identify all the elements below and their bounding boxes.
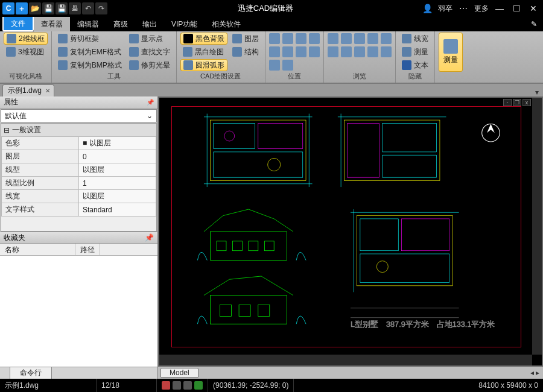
btn-text[interactable]: 文本 [399, 59, 431, 71]
btn-find-text[interactable]: 查找文字 [127, 46, 173, 58]
pos-icon[interactable] [282, 33, 293, 44]
btn-clip-frame[interactable]: 剪切框架 [56, 33, 124, 45]
pos-icon[interactable] [296, 33, 306, 44]
btn-3d-view[interactable]: 3维视图 [4, 46, 48, 58]
btn-bw-draw[interactable]: 黑白绘图 [180, 46, 227, 58]
svg-rect-19 [233, 241, 243, 251]
status-icon[interactable] [162, 381, 170, 390]
tab-vip[interactable]: VIP功能 [164, 17, 205, 31]
btn-2d-wireframe[interactable]: 2维线框 [4, 33, 48, 45]
pos-icon[interactable] [269, 33, 280, 44]
tab-related[interactable]: 相关软件 [205, 17, 248, 31]
app-icon[interactable]: C [2, 2, 14, 14]
minimize-icon[interactable]: — [494, 2, 506, 14]
tab-viewer[interactable]: 查看器 [34, 17, 70, 31]
tab-advanced[interactable]: 高级 [106, 17, 135, 31]
edit-icon[interactable]: ✎ [525, 17, 543, 31]
user-icon[interactable]: 👤 [421, 2, 433, 14]
horizontal-scrollbar[interactable] [159, 355, 532, 365]
group-label [439, 72, 463, 83]
status-icon[interactable] [183, 381, 192, 390]
col-name[interactable]: 名称 [0, 244, 75, 255]
nav-icon[interactable] [354, 46, 365, 57]
tab-file[interactable]: 文件 [2, 17, 34, 31]
pos-icon[interactable] [269, 60, 280, 71]
prop-key: 色彩 [2, 137, 79, 150]
close-tab-icon[interactable]: ✕ [45, 87, 50, 94]
pos-icon[interactable] [296, 46, 306, 57]
app-title: 迅捷CAD编辑器 [110, 3, 421, 14]
canvas-wrap: - ❐ x [158, 96, 543, 379]
nav-icon[interactable] [381, 46, 392, 57]
nav-icon[interactable] [328, 46, 338, 57]
nav-icon[interactable] [354, 33, 365, 44]
nav-icon[interactable] [367, 33, 378, 44]
prop-value[interactable]: Standard [79, 203, 156, 217]
btn-copy-bmp[interactable]: 复制为BMP格式 [56, 59, 124, 71]
favorites-title: 收藏夹 [4, 233, 25, 243]
pos-icon[interactable] [282, 60, 293, 71]
status-pages: 12/18 [97, 379, 157, 392]
nav-icon[interactable] [341, 46, 352, 57]
pos-icon[interactable] [269, 46, 280, 57]
btn-measure-label: 测量 [414, 47, 428, 57]
save-icon[interactable]: 💾 [42, 2, 54, 14]
prop-value[interactable]: 1 [79, 177, 156, 190]
halo-icon [129, 60, 139, 70]
saveas-icon[interactable]: 💾 [56, 2, 68, 14]
layout-nav-icon[interactable]: ◂ ▸ [527, 368, 543, 377]
btn-lineweight[interactable]: 线宽 [399, 33, 431, 45]
doc-tab[interactable]: 示例1.dwg ✕ [2, 84, 54, 96]
more-label[interactable]: 更多 [474, 4, 489, 14]
pos-icon[interactable] [309, 46, 320, 57]
drawing-canvas[interactable]: - ❐ x [159, 98, 542, 365]
col-path[interactable]: 路径 [75, 244, 100, 255]
status-bar: 示例1.dwg 12/18 (90361.39; -2524.99; 0) 84… [0, 379, 543, 392]
close-icon[interactable]: ✕ [527, 2, 539, 14]
prop-value[interactable]: ■ 以图层 [79, 137, 156, 150]
pin-icon[interactable]: 📌 [145, 233, 154, 242]
btn-measure[interactable]: 测量 [399, 46, 431, 58]
pin-icon[interactable]: 📌 [147, 99, 154, 106]
svg-rect-22 [211, 296, 287, 324]
open-icon[interactable]: 📂 [29, 2, 41, 14]
svg-rect-24 [239, 305, 250, 317]
command-tab[interactable]: 命令行 [10, 367, 52, 379]
prop-value[interactable]: 0 [79, 150, 156, 163]
prop-section[interactable]: ⊟一般设置 [1, 124, 156, 136]
btn-structure[interactable]: 结构 [230, 46, 261, 58]
status-icon[interactable] [173, 381, 181, 390]
btn-trim-halo[interactable]: 修剪光晕 [127, 59, 173, 71]
prop-value[interactable]: 以图层 [79, 190, 156, 203]
btn-layers[interactable]: 图层 [230, 33, 261, 45]
tab-output[interactable]: 输出 [135, 17, 164, 31]
pos-icon[interactable] [282, 46, 293, 57]
maximize-icon[interactable]: ☐ [510, 2, 522, 14]
pos-icon[interactable] [309, 33, 320, 44]
btn-measure-big[interactable]: 测量 [439, 33, 463, 72]
print-icon[interactable]: 🖶 [69, 2, 81, 14]
default-combo[interactable]: 默认值 ⌄ [1, 109, 157, 122]
model-tab[interactable]: Model [160, 368, 198, 378]
new-icon[interactable]: ＋ [16, 2, 28, 14]
status-coords: (90361.39; -2524.99; 0) [208, 379, 294, 392]
btn-smooth-arc[interactable]: 圆滑弧形 [180, 59, 227, 71]
redo-icon[interactable]: ↷ [95, 2, 107, 14]
nav-icon[interactable] [341, 33, 352, 44]
nav-icon[interactable] [367, 46, 378, 57]
nav-icon[interactable] [381, 33, 392, 44]
btn-copy-emf[interactable]: 复制为EMF格式 [56, 46, 124, 58]
tab-editor[interactable]: 编辑器 [70, 17, 106, 31]
btn-black-bg[interactable]: 黑色背景 [180, 33, 227, 45]
status-icon[interactable] [194, 381, 203, 390]
chevron-down-icon[interactable]: ▾ [531, 88, 543, 96]
group-label: 位置 [269, 72, 320, 83]
more-icon[interactable]: ⋯ [457, 2, 469, 14]
search-icon [129, 47, 139, 57]
undo-icon[interactable]: ↶ [82, 2, 94, 14]
prop-value[interactable]: 以图层 [79, 163, 156, 177]
vertical-scrollbar[interactable] [532, 98, 542, 355]
prop-row: 图层0 [2, 150, 156, 163]
btn-show-points[interactable]: 显示点 [127, 33, 173, 45]
nav-icon[interactable] [328, 33, 338, 44]
